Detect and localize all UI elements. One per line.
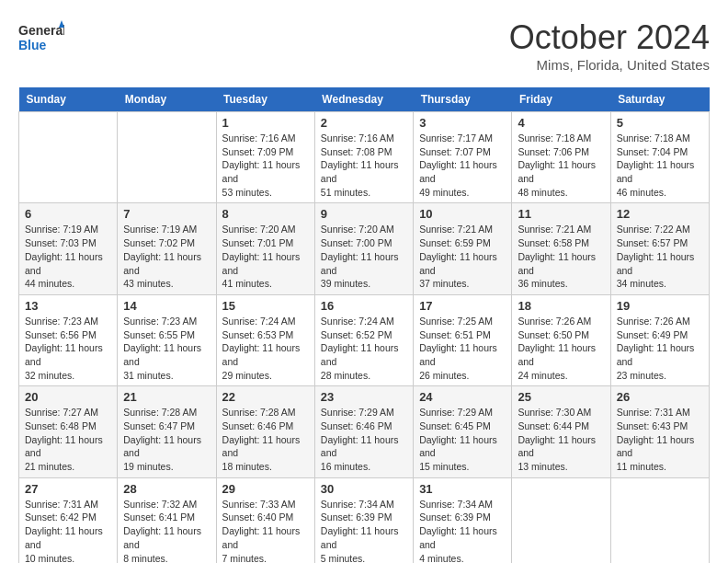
calendar-cell: 21Sunrise: 7:28 AMSunset: 6:47 PMDayligh… — [118, 386, 216, 477]
day-info: Sunrise: 7:23 AMSunset: 6:56 PMDaylight:… — [25, 315, 111, 382]
day-info: Sunrise: 7:19 AMSunset: 7:02 PMDaylight:… — [123, 223, 210, 290]
day-info: Sunrise: 7:31 AMSunset: 6:42 PMDaylight:… — [25, 498, 111, 563]
day-info: Sunrise: 7:34 AMSunset: 6:39 PMDaylight:… — [321, 498, 407, 563]
day-info: Sunrise: 7:22 AMSunset: 6:57 PMDaylight:… — [617, 223, 703, 290]
day-of-week-header: Wednesday — [314, 87, 413, 112]
day-info: Sunrise: 7:29 AMSunset: 6:45 PMDaylight:… — [419, 406, 506, 473]
calendar-cell: 7Sunrise: 7:19 AMSunset: 7:02 PMDaylight… — [118, 203, 216, 294]
day-info: Sunrise: 7:34 AMSunset: 6:39 PMDaylight:… — [419, 498, 506, 563]
day-number: 10 — [419, 207, 506, 221]
location: Mims, Florida, United States — [509, 57, 710, 73]
calendar-cell: 10Sunrise: 7:21 AMSunset: 6:59 PMDayligh… — [414, 203, 512, 294]
calendar-header-row: SundayMondayTuesdayWednesdayThursdayFrid… — [19, 87, 710, 112]
day-number: 25 — [518, 390, 604, 404]
day-info: Sunrise: 7:19 AMSunset: 7:03 PMDaylight:… — [25, 223, 111, 290]
calendar-cell: 30Sunrise: 7:34 AMSunset: 6:39 PMDayligh… — [314, 477, 413, 563]
day-number: 17 — [419, 299, 506, 313]
day-info: Sunrise: 7:16 AMSunset: 7:09 PMDaylight:… — [222, 132, 309, 199]
calendar-week-row: 13Sunrise: 7:23 AMSunset: 6:56 PMDayligh… — [19, 294, 710, 385]
calendar-cell: 12Sunrise: 7:22 AMSunset: 6:57 PMDayligh… — [610, 203, 709, 294]
calendar-cell: 16Sunrise: 7:24 AMSunset: 6:52 PMDayligh… — [314, 294, 413, 385]
calendar-cell — [610, 477, 709, 563]
day-number: 27 — [25, 482, 111, 496]
day-info: Sunrise: 7:28 AMSunset: 6:47 PMDaylight:… — [123, 406, 210, 473]
calendar-cell — [118, 112, 216, 203]
page-header: General Blue October 2024 Mims, Florida,… — [18, 18, 710, 73]
day-info: Sunrise: 7:21 AMSunset: 6:59 PMDaylight:… — [419, 223, 506, 290]
calendar-week-row: 27Sunrise: 7:31 AMSunset: 6:42 PMDayligh… — [19, 477, 710, 563]
day-info: Sunrise: 7:20 AMSunset: 7:01 PMDaylight:… — [222, 223, 309, 290]
day-info: Sunrise: 7:24 AMSunset: 6:52 PMDaylight:… — [321, 315, 407, 382]
logo: General Blue — [18, 18, 64, 59]
day-number: 23 — [321, 390, 407, 404]
day-info: Sunrise: 7:26 AMSunset: 6:50 PMDaylight:… — [518, 315, 604, 382]
day-number: 7 — [123, 207, 210, 221]
day-number: 3 — [419, 116, 506, 130]
day-of-week-header: Friday — [512, 87, 610, 112]
day-of-week-header: Sunday — [19, 87, 118, 112]
calendar-cell — [19, 112, 118, 203]
day-number: 14 — [123, 299, 210, 313]
calendar-cell: 2Sunrise: 7:16 AMSunset: 7:08 PMDaylight… — [314, 112, 413, 203]
day-number: 31 — [419, 482, 506, 496]
day-number: 12 — [617, 207, 703, 221]
calendar-cell: 11Sunrise: 7:21 AMSunset: 6:58 PMDayligh… — [512, 203, 610, 294]
day-info: Sunrise: 7:29 AMSunset: 6:46 PMDaylight:… — [321, 406, 407, 473]
day-number: 20 — [25, 390, 111, 404]
calendar-cell: 9Sunrise: 7:20 AMSunset: 7:00 PMDaylight… — [314, 203, 413, 294]
title-section: October 2024 Mims, Florida, United State… — [509, 18, 710, 73]
calendar-table: SundayMondayTuesdayWednesdayThursdayFrid… — [18, 87, 710, 563]
day-number: 24 — [419, 390, 506, 404]
day-number: 30 — [321, 482, 407, 496]
day-number: 11 — [518, 207, 604, 221]
calendar-cell: 15Sunrise: 7:24 AMSunset: 6:53 PMDayligh… — [216, 294, 314, 385]
svg-text:General: General — [18, 23, 64, 38]
calendar-week-row: 1Sunrise: 7:16 AMSunset: 7:09 PMDaylight… — [19, 112, 710, 203]
day-info: Sunrise: 7:28 AMSunset: 6:46 PMDaylight:… — [222, 406, 309, 473]
calendar-cell: 23Sunrise: 7:29 AMSunset: 6:46 PMDayligh… — [314, 386, 413, 477]
calendar-cell: 17Sunrise: 7:25 AMSunset: 6:51 PMDayligh… — [414, 294, 512, 385]
day-number: 1 — [222, 116, 309, 130]
day-number: 15 — [222, 299, 309, 313]
day-of-week-header: Tuesday — [216, 87, 314, 112]
day-info: Sunrise: 7:17 AMSunset: 7:07 PMDaylight:… — [419, 132, 506, 199]
calendar-cell: 5Sunrise: 7:18 AMSunset: 7:04 PMDaylight… — [610, 112, 709, 203]
day-number: 16 — [321, 299, 407, 313]
calendar-cell: 24Sunrise: 7:29 AMSunset: 6:45 PMDayligh… — [414, 386, 512, 477]
day-number: 22 — [222, 390, 309, 404]
day-info: Sunrise: 7:24 AMSunset: 6:53 PMDaylight:… — [222, 315, 309, 382]
logo-icon: General Blue — [18, 18, 64, 59]
calendar-cell: 28Sunrise: 7:32 AMSunset: 6:41 PMDayligh… — [118, 477, 216, 563]
day-number: 9 — [321, 207, 407, 221]
day-number: 5 — [617, 116, 703, 130]
calendar-cell: 22Sunrise: 7:28 AMSunset: 6:46 PMDayligh… — [216, 386, 314, 477]
day-info: Sunrise: 7:33 AMSunset: 6:40 PMDaylight:… — [222, 498, 309, 563]
calendar-cell: 25Sunrise: 7:30 AMSunset: 6:44 PMDayligh… — [512, 386, 610, 477]
calendar-cell: 6Sunrise: 7:19 AMSunset: 7:03 PMDaylight… — [19, 203, 118, 294]
calendar-cell: 1Sunrise: 7:16 AMSunset: 7:09 PMDaylight… — [216, 112, 314, 203]
calendar-cell: 26Sunrise: 7:31 AMSunset: 6:43 PMDayligh… — [610, 386, 709, 477]
day-number: 13 — [25, 299, 111, 313]
day-number: 29 — [222, 482, 309, 496]
calendar-week-row: 6Sunrise: 7:19 AMSunset: 7:03 PMDaylight… — [19, 203, 710, 294]
day-of-week-header: Thursday — [414, 87, 512, 112]
calendar-cell — [512, 477, 610, 563]
day-info: Sunrise: 7:32 AMSunset: 6:41 PMDaylight:… — [123, 498, 210, 563]
calendar-cell: 13Sunrise: 7:23 AMSunset: 6:56 PMDayligh… — [19, 294, 118, 385]
day-number: 26 — [617, 390, 703, 404]
day-info: Sunrise: 7:26 AMSunset: 6:49 PMDaylight:… — [617, 315, 703, 382]
day-info: Sunrise: 7:30 AMSunset: 6:44 PMDaylight:… — [518, 406, 604, 473]
calendar-cell: 31Sunrise: 7:34 AMSunset: 6:39 PMDayligh… — [414, 477, 512, 563]
day-info: Sunrise: 7:31 AMSunset: 6:43 PMDaylight:… — [617, 406, 703, 473]
calendar-cell: 19Sunrise: 7:26 AMSunset: 6:49 PMDayligh… — [610, 294, 709, 385]
calendar-cell: 27Sunrise: 7:31 AMSunset: 6:42 PMDayligh… — [19, 477, 118, 563]
calendar-cell: 8Sunrise: 7:20 AMSunset: 7:01 PMDaylight… — [216, 203, 314, 294]
day-info: Sunrise: 7:18 AMSunset: 7:06 PMDaylight:… — [518, 132, 604, 199]
svg-text:Blue: Blue — [18, 38, 47, 52]
day-info: Sunrise: 7:18 AMSunset: 7:04 PMDaylight:… — [617, 132, 703, 199]
day-number: 6 — [25, 207, 111, 221]
calendar-cell: 14Sunrise: 7:23 AMSunset: 6:55 PMDayligh… — [118, 294, 216, 385]
calendar-cell: 3Sunrise: 7:17 AMSunset: 7:07 PMDaylight… — [414, 112, 512, 203]
calendar-cell: 4Sunrise: 7:18 AMSunset: 7:06 PMDaylight… — [512, 112, 610, 203]
day-of-week-header: Saturday — [610, 87, 709, 112]
